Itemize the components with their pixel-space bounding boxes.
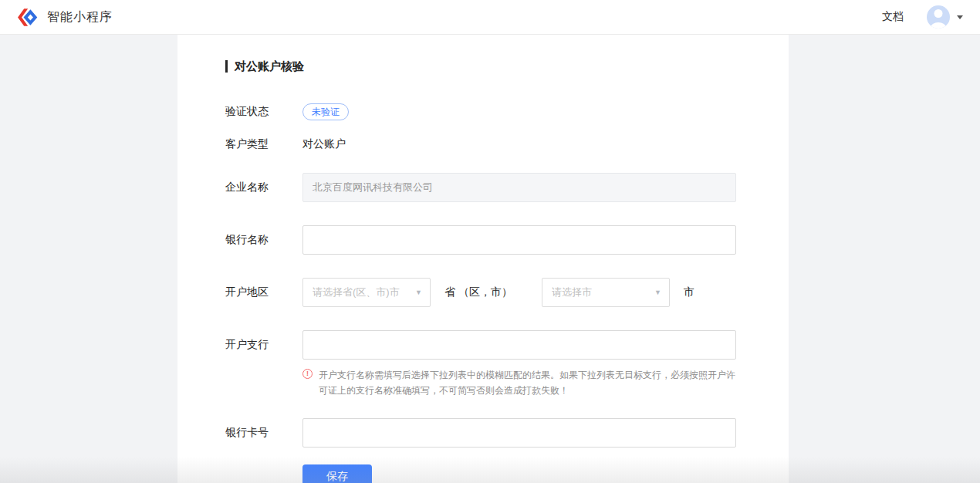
customer-type-label: 客户类型	[225, 137, 302, 151]
brand[interactable]: 智能小程序	[17, 8, 113, 27]
verify-status-label: 验证状态	[225, 105, 302, 119]
branch-input[interactable]	[302, 330, 736, 360]
city-select[interactable]: 请选择市 ▼	[542, 278, 670, 307]
brand-name: 智能小程序	[47, 9, 113, 25]
city-select-placeholder: 请选择市	[552, 285, 592, 299]
card-number-input[interactable]	[302, 418, 736, 448]
avatar-body-shape	[931, 22, 946, 29]
app-logo-icon	[17, 8, 38, 27]
verify-status-badge: 未验证	[302, 103, 349, 120]
chevron-down-icon: ▼	[415, 289, 422, 296]
bank-name-input[interactable]	[302, 225, 736, 255]
avatar-head-shape	[934, 9, 943, 18]
branch-warning-text: 开户支行名称需填写后选择下拉列表中的模糊匹配的结果。如果下拉列表无目标支行，必须…	[319, 367, 739, 398]
bank-name-label: 银行名称	[225, 233, 302, 247]
province-suffix: 省 （区，市）	[444, 285, 512, 299]
row-card-number: 银行卡号	[225, 418, 789, 448]
city-suffix: 市	[684, 285, 694, 299]
page-title: 对公账户核验	[225, 60, 789, 73]
company-name-label: 企业名称	[225, 181, 302, 194]
chevron-down-icon: ▼	[654, 289, 661, 296]
row-customer-type: 客户类型 对公账户	[225, 137, 789, 151]
customer-type-value: 对公账户	[302, 137, 346, 151]
save-button[interactable]: 保存	[302, 464, 372, 483]
branch-label: 开户支行	[225, 338, 302, 352]
row-company-name: 企业名称	[225, 173, 789, 202]
row-bank-name: 银行名称	[225, 225, 789, 255]
content-card: 对公账户核验 验证状态 未验证 客户类型 对公账户 企业名称 银行名称 开户地区…	[177, 35, 789, 483]
province-select[interactable]: 请选择省(区、市)市 ▼	[302, 278, 431, 307]
top-header: 智能小程序 文档	[0, 0, 980, 35]
user-menu-caret-icon[interactable]	[957, 15, 963, 19]
row-verify-status: 验证状态 未验证	[225, 103, 789, 120]
branch-warning: ! 开户支行名称需填写后选择下拉列表中的模糊匹配的结果。如果下拉列表无目标支行，…	[302, 367, 739, 398]
user-avatar[interactable]	[927, 5, 950, 29]
company-name-input	[302, 173, 736, 202]
province-select-placeholder: 请选择省(区、市)市	[313, 285, 400, 299]
row-region: 开户地区 请选择省(区、市)市 ▼ 省 （区，市） 请选择市 ▼ 市	[225, 278, 789, 307]
row-branch: 开户支行	[225, 330, 789, 360]
card-number-label: 银行卡号	[225, 426, 302, 440]
warning-circle-icon: !	[302, 369, 313, 379]
region-label: 开户地区	[225, 285, 302, 299]
docs-link[interactable]: 文档	[882, 10, 904, 24]
